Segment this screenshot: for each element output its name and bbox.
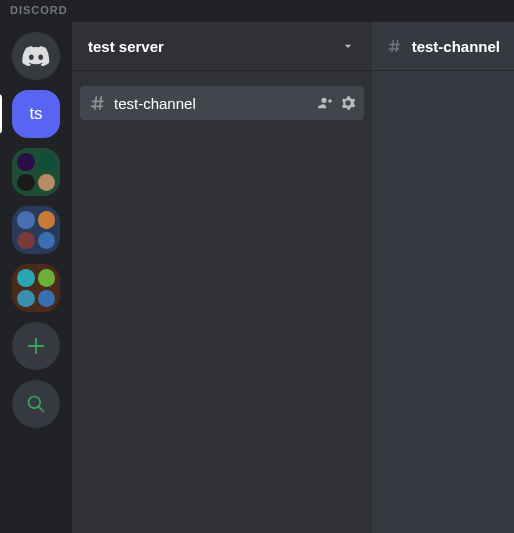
channel-list: test-channel [72, 70, 372, 120]
server-folder[interactable] [12, 206, 60, 254]
server-icon-selected[interactable]: ts [12, 90, 60, 138]
channel-panel: test server test-channel [72, 22, 372, 533]
chat-panel: test-channel [372, 22, 514, 533]
server-abbr: ts [29, 104, 42, 124]
home-button[interactable] [12, 32, 60, 80]
explore-servers-button[interactable] [12, 380, 60, 428]
server-folder[interactable] [12, 148, 60, 196]
channel-actions [318, 95, 356, 111]
chat-title: test-channel [412, 38, 500, 55]
channel-item[interactable]: test-channel [80, 86, 364, 120]
search-icon [26, 394, 46, 414]
app-logo: DISCORD [0, 0, 514, 22]
hash-icon [88, 93, 108, 113]
channel-label: test-channel [114, 95, 312, 112]
server-folder[interactable] [12, 264, 60, 312]
chevron-down-icon [340, 38, 356, 54]
discord-icon [22, 46, 50, 66]
chat-header: test-channel [372, 22, 514, 70]
invite-icon[interactable] [318, 95, 334, 111]
gear-icon[interactable] [340, 95, 356, 111]
hash-icon [386, 34, 404, 58]
server-header[interactable]: test server [72, 22, 372, 70]
add-server-button[interactable] [12, 322, 60, 370]
plus-icon [25, 335, 47, 357]
server-rail: ts [0, 22, 72, 533]
server-name: test server [88, 38, 164, 55]
